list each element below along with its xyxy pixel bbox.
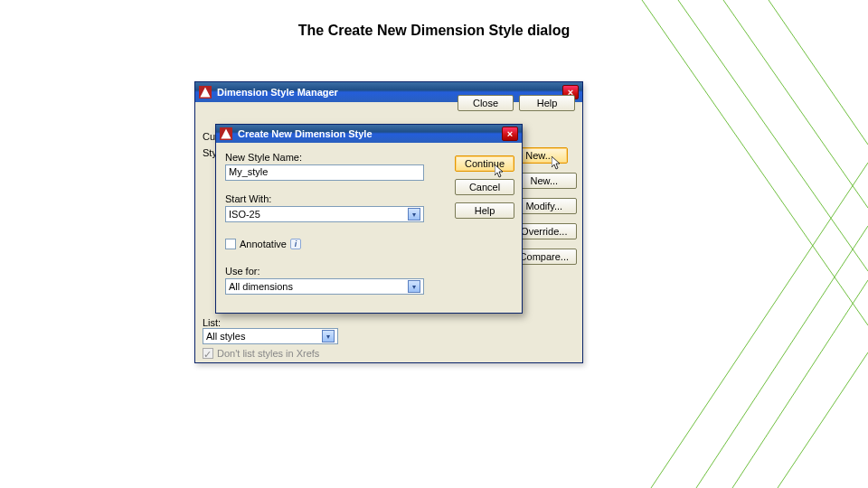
mgr-footer-buttons: Close Help (458, 95, 575, 111)
start-with-select[interactable]: ISO-25 ▾ (225, 206, 424, 222)
svg-line-4 (696, 226, 868, 488)
mgr-title-text: Dimension Style Manager (217, 87, 338, 98)
slide-title: The Create New Dimension Style dialog (0, 23, 868, 39)
svg-line-7 (651, 163, 868, 488)
svg-marker-8 (200, 87, 210, 97)
cancel-button[interactable]: Cancel (455, 179, 514, 195)
help-button[interactable]: Help (519, 95, 575, 111)
decorative-lines (597, 0, 868, 488)
list-select[interactable]: All styles ▾ (203, 328, 338, 344)
annotative-label: Annotative (240, 239, 287, 249)
svg-line-6 (778, 352, 868, 488)
new-style-name-input[interactable]: My_style (225, 164, 424, 181)
chevron-down-icon: ▾ (408, 208, 420, 221)
list-label: List: (203, 317, 221, 328)
screenshot-area: Dimension Style Manager × Current dimens… (194, 81, 583, 363)
svg-line-1 (678, 0, 868, 271)
continue-button[interactable]: Continue (455, 155, 514, 172)
use-for-label: Use for: (225, 266, 513, 277)
checkbox-icon (225, 239, 236, 249)
close-button[interactable]: Close (458, 95, 514, 111)
modal-titlebar: Create New Dimension Style × (216, 125, 522, 143)
use-for-value: All dimensions (229, 281, 293, 292)
chevron-down-icon: ▾ (408, 280, 420, 293)
checkbox-icon: ✓ (203, 348, 213, 359)
start-with-value: ISO-25 (229, 209, 260, 220)
autocad-icon (199, 86, 212, 99)
svg-line-0 (642, 0, 868, 325)
modal-button-column: Continue Cancel Help (455, 155, 514, 219)
list-select-value: All styles (206, 331, 245, 342)
close-icon[interactable]: × (502, 127, 518, 141)
svg-line-3 (769, 0, 868, 145)
svg-marker-9 (221, 128, 231, 138)
dont-list-xrefs-checkbox: ✓ Don't list styles in Xrefs (203, 348, 319, 359)
dimension-style-manager-window: Dimension Style Manager × Current dimens… (194, 81, 583, 363)
create-new-dimension-style-dialog: Create New Dimension Style × New Style N… (215, 124, 523, 314)
info-icon[interactable]: i (290, 239, 301, 249)
modal-help-button[interactable]: Help (455, 202, 514, 219)
dont-list-label: Don't list styles in Xrefs (217, 348, 319, 359)
chevron-down-icon: ▾ (322, 330, 335, 343)
modal-title-text: Create New Dimension Style (238, 128, 373, 139)
svg-line-5 (732, 280, 868, 488)
autocad-icon (220, 127, 232, 140)
annotative-checkbox[interactable]: Annotative i (225, 239, 301, 249)
use-for-select[interactable]: All dimensions ▾ (225, 278, 424, 295)
